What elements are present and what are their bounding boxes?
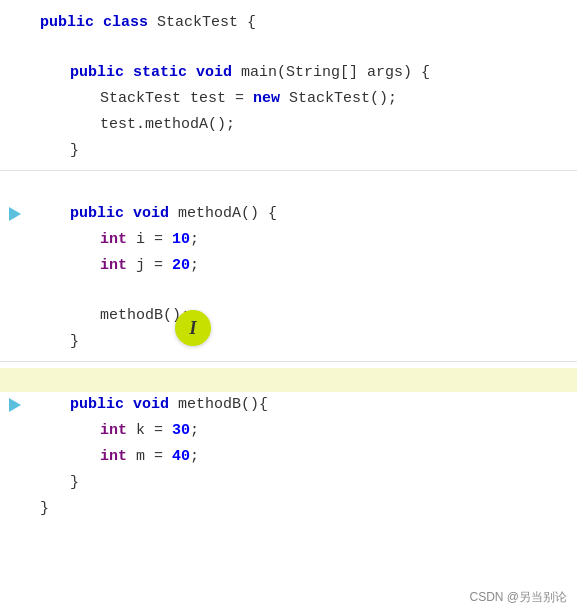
token: j =: [136, 257, 172, 274]
token: void: [133, 396, 178, 413]
code-line: }: [0, 329, 577, 355]
token: new: [253, 90, 289, 107]
code-line: [0, 36, 577, 60]
token: 40: [172, 448, 190, 465]
debug-arrow-icon: [9, 207, 21, 221]
token: main(String[] args) {: [241, 64, 430, 81]
code-line: }: [0, 138, 577, 164]
token: k =: [136, 422, 172, 439]
token: 20: [172, 257, 190, 274]
code-line: public static void main(String[] args) {: [0, 60, 577, 86]
code-text: }: [30, 497, 577, 521]
token: StackTest {: [157, 14, 256, 31]
code-line: public void methodA() {: [0, 201, 577, 227]
code-text: methodB();: [30, 304, 577, 328]
token: int: [100, 257, 136, 274]
code-text: public class StackTest {: [30, 11, 577, 35]
code-text: int i = 10;: [30, 228, 577, 252]
token: public: [40, 14, 103, 31]
code-content: public class StackTest {public static vo…: [0, 0, 577, 532]
token: i =: [136, 231, 172, 248]
code-line: [0, 368, 577, 392]
token: methodA() {: [178, 205, 277, 222]
token: }: [70, 142, 79, 159]
token: class: [103, 14, 157, 31]
code-text: }: [30, 330, 577, 354]
line-gutter: [0, 398, 30, 412]
token: }: [70, 333, 79, 350]
token: ;: [190, 448, 199, 465]
token: StackTest();: [289, 90, 397, 107]
token: void: [196, 64, 241, 81]
code-text: int k = 30;: [30, 419, 577, 443]
token: public: [70, 64, 133, 81]
code-text: public void methodA() {: [30, 202, 577, 226]
code-text: public static void main(String[] args) {: [30, 61, 577, 85]
cursor-overlay: I: [175, 310, 211, 346]
code-text: public void methodB(){: [30, 393, 577, 417]
token: int: [100, 231, 136, 248]
token: ;: [190, 257, 199, 274]
debug-arrow-icon: [9, 398, 21, 412]
token: ;: [190, 422, 199, 439]
code-line: public class StackTest {: [0, 10, 577, 36]
token: int: [100, 448, 136, 465]
code-line: int i = 10;: [0, 227, 577, 253]
token: m =: [136, 448, 172, 465]
code-text: test.methodA();: [30, 113, 577, 137]
code-text: int j = 20;: [30, 254, 577, 278]
code-line: [0, 177, 577, 201]
token: StackTest test =: [100, 90, 253, 107]
code-text: }: [30, 471, 577, 495]
token: public: [70, 205, 133, 222]
token: 10: [172, 231, 190, 248]
code-text: }: [30, 139, 577, 163]
code-line: methodB();: [0, 303, 577, 329]
section-divider: [0, 361, 577, 362]
code-line: }: [0, 496, 577, 522]
code-line: }: [0, 470, 577, 496]
watermark: CSDN @另当别论: [469, 589, 567, 606]
code-line: int k = 30;: [0, 418, 577, 444]
token: static: [133, 64, 196, 81]
token: methodB(){: [178, 396, 268, 413]
token: }: [40, 500, 49, 517]
token: test.methodA();: [100, 116, 235, 133]
code-line: [0, 279, 577, 303]
token: void: [133, 205, 178, 222]
token: public: [70, 396, 133, 413]
token: ;: [190, 231, 199, 248]
code-line: int m = 40;: [0, 444, 577, 470]
code-line: int j = 20;: [0, 253, 577, 279]
token: int: [100, 422, 136, 439]
token: 30: [172, 422, 190, 439]
code-text: int m = 40;: [30, 445, 577, 469]
code-line: public void methodB(){: [0, 392, 577, 418]
code-line: test.methodA();: [0, 112, 577, 138]
section-divider: [0, 170, 577, 171]
line-gutter: [0, 207, 30, 221]
token: }: [70, 474, 79, 491]
code-text: StackTest test = new StackTest();: [30, 87, 577, 111]
code-line: StackTest test = new StackTest();: [0, 86, 577, 112]
code-editor: public class StackTest {public static vo…: [0, 0, 577, 614]
